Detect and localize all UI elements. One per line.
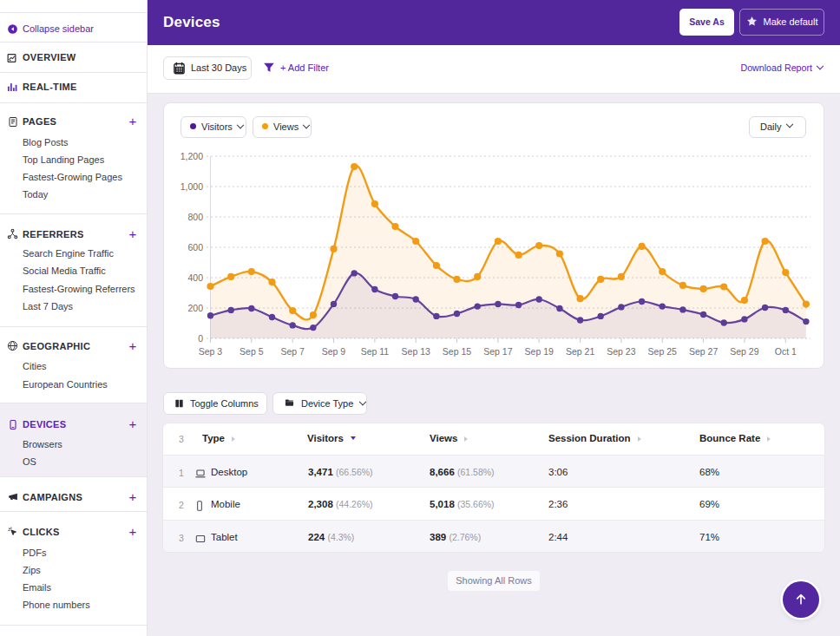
svg-text:800: 800 [187, 212, 203, 222]
svg-text:Oct 1: Oct 1 [775, 346, 797, 357]
svg-text:600: 600 [187, 242, 203, 252]
svg-text:Sep 27: Sep 27 [689, 346, 718, 357]
svg-text:1,000: 1,000 [180, 181, 203, 192]
svg-text:400: 400 [187, 272, 203, 283]
svg-text:Sep 23: Sep 23 [607, 346, 635, 357]
svg-text:Sep 3: Sep 3 [199, 346, 223, 357]
svg-text:Sep 7: Sep 7 [280, 346, 305, 357]
svg-text:Sep 21: Sep 21 [566, 346, 594, 357]
svg-text:Sep 13: Sep 13 [402, 346, 430, 357]
svg-text:Sep 11: Sep 11 [361, 346, 390, 357]
svg-text:Sep 19: Sep 19 [525, 346, 554, 357]
svg-text:Sep 9: Sep 9 [322, 346, 346, 357]
svg-text:Sep 15: Sep 15 [443, 346, 471, 357]
svg-text:Sep 5: Sep 5 [240, 346, 264, 357]
svg-text:200: 200 [187, 303, 203, 313]
svg-text:Sep 29: Sep 29 [730, 346, 758, 357]
svg-text:Sep 17: Sep 17 [483, 346, 512, 357]
svg-text:Sep 25: Sep 25 [648, 346, 677, 357]
svg-text:1,200: 1,200 [180, 151, 203, 161]
svg-text:0: 0 [198, 333, 203, 344]
